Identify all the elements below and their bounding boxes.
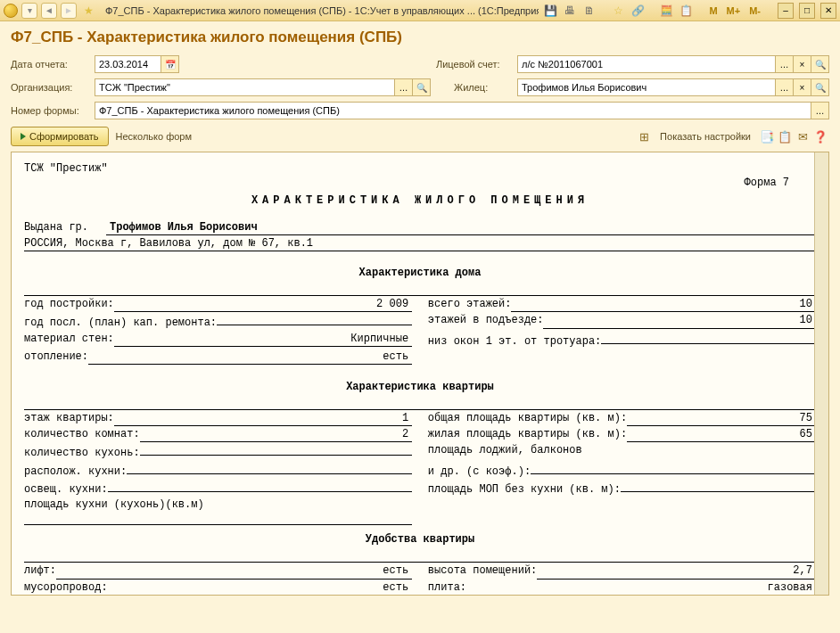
stove-label: плита: xyxy=(428,580,466,595)
nav-fwd-button[interactable]: ► xyxy=(61,3,77,19)
floor-label: этаж квартиры: xyxy=(24,411,114,425)
mop-label: площадь МОП без кухни (кв. м): xyxy=(428,482,621,497)
m-minus-button[interactable]: M- xyxy=(746,5,763,16)
date-input[interactable]: 23.03.2014 xyxy=(95,55,161,73)
print-icon[interactable]: 🖶 xyxy=(562,3,578,19)
date-picker-button[interactable]: 📅 xyxy=(161,55,179,73)
section-flat: Характеристика квартиры xyxy=(24,380,816,394)
tool-icon-2[interactable]: 📋 xyxy=(776,127,794,145)
email-icon[interactable]: ✉ xyxy=(794,127,811,145)
calendar-icon[interactable]: 📋 xyxy=(678,3,694,19)
year-label: год постройки: xyxy=(24,297,114,311)
floors-total-label: всего этажей: xyxy=(428,297,512,311)
org-label: Организация: xyxy=(11,82,89,93)
account-clear-button[interactable]: × xyxy=(794,55,811,73)
window-title: Ф7_СПБ - Характеристика жилого помещения… xyxy=(100,5,539,16)
garbage-label: мусоропровод: xyxy=(24,580,108,595)
formnum-label: Номер формы: xyxy=(11,105,89,116)
m-button[interactable]: M xyxy=(706,5,720,16)
star-icon[interactable]: ★ xyxy=(80,3,96,19)
content-area: Ф7_СПБ - Характеристика жилого помещения… xyxy=(0,21,840,633)
org-input[interactable]: ТСЖ "Престиж" xyxy=(95,78,395,96)
minimize-button[interactable]: – xyxy=(778,3,794,19)
living-area-value: 65 xyxy=(627,427,816,442)
document-preview[interactable]: ТСЖ "Престиж" Форма 7 ХАРАКТЕРИСТИКА ЖИЛ… xyxy=(11,152,829,596)
windows-value xyxy=(601,332,816,344)
tenant-select-button[interactable]: … xyxy=(776,78,794,96)
issued-name: Трофимов Илья Борисович xyxy=(106,220,816,235)
material-label: материал стен: xyxy=(24,332,114,346)
issued-label: Выдана гр. xyxy=(24,220,88,235)
dropdown-button[interactable]: ▾ xyxy=(21,3,37,19)
maximize-button[interactable]: □ xyxy=(799,3,815,19)
kitchen-light-label: освещ. кухни: xyxy=(24,482,108,497)
page-title: Ф7_СПБ - Характеристика жилого помещения… xyxy=(11,29,829,46)
account-select-button[interactable]: … xyxy=(776,55,794,73)
m-plus-button[interactable]: M+ xyxy=(724,5,744,16)
link-icon[interactable]: 🔗 xyxy=(630,3,646,19)
floors-entrance-label: этажей в подъезде: xyxy=(428,313,544,327)
material-value: Кирпичные xyxy=(114,332,412,347)
formnum-input[interactable]: Ф7_СПБ - Характеристика жилого помещения… xyxy=(95,102,811,119)
year-value: 2 009 xyxy=(114,297,412,312)
doc-form-label: Форма 7 xyxy=(24,176,816,190)
favorite-icon[interactable]: ☆ xyxy=(610,3,626,19)
loggia-label2: и др. (с коэф.): xyxy=(428,464,531,479)
windows-label: низ окон 1 эт. от тротуара: xyxy=(428,334,601,349)
kitchens-label: количество кухонь: xyxy=(24,446,140,460)
nav-back-button[interactable]: ◄ xyxy=(41,3,57,19)
repair-value xyxy=(217,313,412,325)
tool-icon-1[interactable]: 📑 xyxy=(758,127,776,145)
account-input[interactable]: л/с №2011067001 xyxy=(517,55,776,73)
generate-button[interactable]: Сформировать xyxy=(11,127,109,146)
kitchen-light-value xyxy=(108,480,412,492)
floor-value: 1 xyxy=(114,411,412,426)
play-icon xyxy=(21,133,26,140)
tenant-search-button[interactable]: 🔍 xyxy=(811,78,829,96)
garbage-value: есть xyxy=(108,580,412,596)
multi-forms-button[interactable]: Несколько форм xyxy=(109,131,199,142)
lift-label: лифт: xyxy=(24,563,56,578)
calc-icon[interactable]: 🧮 xyxy=(658,3,674,19)
generate-button-label: Сформировать xyxy=(29,131,99,142)
heating-label: отопление: xyxy=(24,349,88,364)
stove-value: газовая xyxy=(466,580,816,596)
kitchens-value xyxy=(140,443,412,456)
kitchen-pos-value xyxy=(127,462,412,474)
settings-icon: ⊞ xyxy=(635,127,653,145)
org-search-button[interactable]: 🔍 xyxy=(413,78,431,96)
show-settings-button[interactable]: Показать настройки xyxy=(653,131,758,142)
total-area-value: 75 xyxy=(627,411,816,426)
vertical-scrollbar[interactable] xyxy=(814,152,828,595)
floors-entrance-value: 10 xyxy=(543,313,815,328)
close-button[interactable]: ✕ xyxy=(820,3,836,19)
total-area-label: общая площадь квартиры (кв. м): xyxy=(428,411,627,425)
doc-heading: ХАРАКТЕРИСТИКА ЖИЛОГО ПОМЕЩЕНИЯ xyxy=(24,193,816,208)
account-label: Лицевой счет: xyxy=(436,59,512,70)
lift-value: есть xyxy=(56,563,412,579)
living-area-label: жилая площадь квартиры (кв. м): xyxy=(428,427,627,441)
kitchen-area-label: площадь кухни (кухонь)(кв.м) xyxy=(24,497,204,512)
help-icon[interactable]: ❓ xyxy=(811,127,829,145)
preview-icon[interactable]: 🗎 xyxy=(581,3,597,19)
tenant-input[interactable]: Трофимов Илья Борисович xyxy=(517,78,776,96)
account-search-button[interactable]: 🔍 xyxy=(811,55,829,73)
app-icon xyxy=(4,4,18,18)
tenant-clear-button[interactable]: × xyxy=(794,78,811,96)
rooms-value: 2 xyxy=(140,427,412,442)
loggia-label1: площадь лоджий, балконов xyxy=(428,443,582,457)
formnum-select-button[interactable]: … xyxy=(811,102,829,119)
height-value: 2,7 xyxy=(537,563,816,579)
rooms-label: количество комнат: xyxy=(24,427,140,441)
save-icon[interactable]: 💾 xyxy=(542,3,558,19)
floors-total-value: 10 xyxy=(511,297,815,312)
section-amenities: Удобства квартиры xyxy=(24,532,816,547)
doc-org: ТСЖ "Престиж" xyxy=(24,161,816,176)
kitchen-area-value xyxy=(24,513,412,525)
kitchen-pos-label: располож. кухни: xyxy=(24,464,127,479)
section-house: Характеристика дома xyxy=(24,266,816,280)
date-label: Дата отчета: xyxy=(11,59,89,70)
org-select-button[interactable]: … xyxy=(395,78,413,96)
loggia-value xyxy=(531,462,816,474)
repair-label: год посл. (план) кап. ремонта: xyxy=(24,316,217,330)
